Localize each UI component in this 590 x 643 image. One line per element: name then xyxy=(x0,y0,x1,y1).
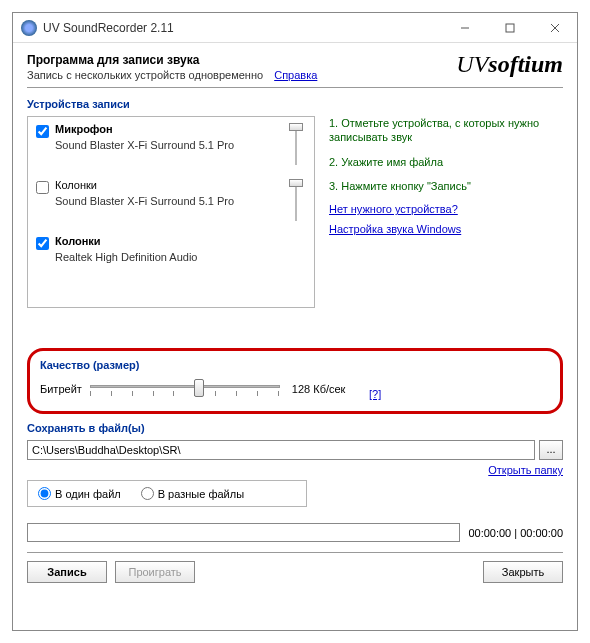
quality-help-link[interactable]: [?] xyxy=(369,388,389,400)
window-title: UV SoundRecorder 2.11 xyxy=(43,21,442,35)
help-link[interactable]: Справка xyxy=(274,69,317,81)
maximize-button[interactable] xyxy=(487,13,532,43)
device-row: Колонки Realtek High Definition Audio xyxy=(36,235,306,263)
device-volume-slider[interactable] xyxy=(286,179,306,223)
minimize-button[interactable] xyxy=(442,13,487,43)
close-app-button[interactable]: Закрыть xyxy=(483,561,563,583)
windows-sound-link[interactable]: Настройка звука Windows xyxy=(329,223,563,235)
save-mode-group: В один файл В разные файлы xyxy=(27,480,307,507)
device-volume-slider[interactable] xyxy=(286,123,306,167)
subtitle-text: Запись с нескольких устройств одновремен… xyxy=(27,69,263,81)
close-icon xyxy=(550,23,560,33)
device-desc: Sound Blaster X-Fi Surround 5.1 Pro xyxy=(55,139,282,151)
device-checkbox[interactable] xyxy=(36,181,49,194)
close-button[interactable] xyxy=(532,13,577,43)
save-group: Сохранять в файл(ы) ... Открыть папку В … xyxy=(27,420,563,507)
app-subheading: Запись с нескольких устройств одновремен… xyxy=(27,69,317,81)
device-name: Колонки xyxy=(55,235,306,247)
device-name: Микрофон xyxy=(55,123,282,135)
hints-panel: 1. Отметьте устройства, с которых нужно … xyxy=(325,116,563,308)
device-row: Колонки Sound Blaster X-Fi Surround 5.1 … xyxy=(36,179,306,223)
maximize-icon xyxy=(505,23,515,33)
brand-logo: UVsoftium xyxy=(456,51,563,78)
hint-step: 3. Нажмите кнопку "Запись" xyxy=(329,179,563,193)
app-heading: Программа для записи звука xyxy=(27,53,317,67)
device-desc: Sound Blaster X-Fi Surround 5.1 Pro xyxy=(55,195,282,207)
app-icon xyxy=(21,20,37,36)
hint-step: 1. Отметьте устройства, с которых нужно … xyxy=(329,116,563,145)
quality-label: Качество (размер) xyxy=(40,359,550,371)
minimize-icon xyxy=(460,23,470,33)
radio-single-file[interactable]: В один файл xyxy=(38,487,121,500)
save-label: Сохранять в файл(ы) xyxy=(27,422,563,434)
device-checkbox[interactable] xyxy=(36,125,49,138)
save-path-input[interactable] xyxy=(27,440,535,460)
device-name: Колонки xyxy=(55,179,282,191)
device-row: Микрофон Sound Blaster X-Fi Surround 5.1… xyxy=(36,123,306,167)
svg-rect-1 xyxy=(506,24,514,32)
browse-button[interactable]: ... xyxy=(539,440,563,460)
devices-group-label: Устройства записи xyxy=(27,98,563,110)
titlebar: UV SoundRecorder 2.11 xyxy=(13,13,577,43)
progress-bar xyxy=(27,523,460,542)
play-button: Проиграть xyxy=(115,561,195,583)
bitrate-value: 128 Кб/сек xyxy=(292,383,346,395)
time-display: 00:00:00 | 00:00:00 xyxy=(468,527,563,539)
bitrate-slider[interactable] xyxy=(90,377,280,401)
hint-step: 2. Укажите имя файла xyxy=(329,155,563,169)
app-window: UV SoundRecorder 2.11 Программа для запи… xyxy=(12,12,578,631)
device-desc: Realtek High Definition Audio xyxy=(55,251,306,263)
separator xyxy=(27,552,563,553)
open-folder-link[interactable]: Открыть папку xyxy=(488,464,563,476)
radio-multi-file[interactable]: В разные файлы xyxy=(141,487,244,500)
header: Программа для записи звука Запись с неск… xyxy=(27,53,563,88)
bitrate-label: Битрейт xyxy=(40,383,82,395)
device-checkbox[interactable] xyxy=(36,237,49,250)
devices-list: Микрофон Sound Blaster X-Fi Surround 5.1… xyxy=(27,116,315,308)
record-button[interactable]: Запись xyxy=(27,561,107,583)
quality-group: Качество (размер) Битрейт 128 Кб/сек xyxy=(27,348,563,414)
no-device-link[interactable]: Нет нужного устройства? xyxy=(329,203,563,215)
